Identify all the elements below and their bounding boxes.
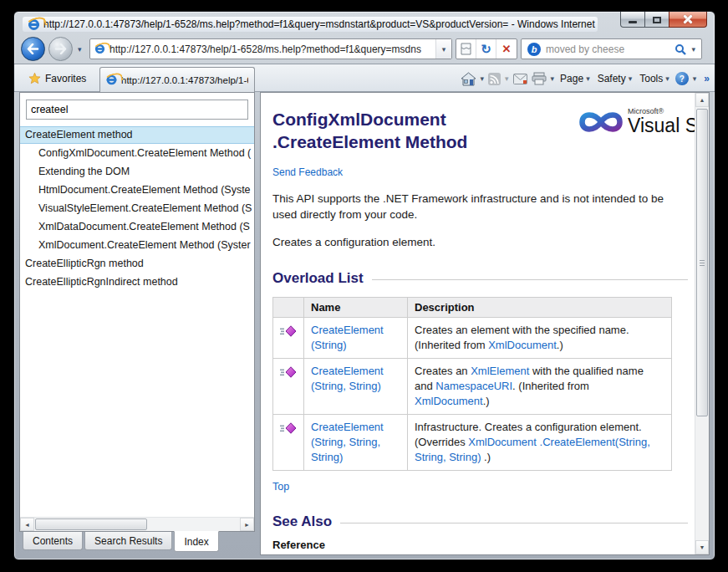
index-item[interactable]: XmlDocument.CreateElement Method (Syster <box>20 236 254 254</box>
description-link[interactable]: XmlDocument <box>415 395 483 407</box>
description-link[interactable]: NamespaceURI <box>435 380 512 392</box>
history-dropdown[interactable]: ▾ <box>78 45 82 54</box>
search-input[interactable]: moved by cheese <box>546 43 669 55</box>
horizontal-scrollbar[interactable]: ◄ ► <box>20 517 254 531</box>
overload-list-heading: Overload List <box>272 270 364 287</box>
overload-name-link[interactable]: CreateElement (String) <box>311 324 384 351</box>
print-dropdown[interactable]: ▾ <box>551 74 555 83</box>
browser-tab[interactable]: http://127.0.0.1:47873/help/1-6528/ms.he… <box>99 67 255 92</box>
feeds-icon[interactable] <box>488 73 501 85</box>
overload-description: Creates an XmlElement with the qualified… <box>408 359 672 415</box>
search-dropdown[interactable]: ▾ <box>691 45 695 54</box>
help-icon[interactable]: ? <box>675 72 689 85</box>
help-dropdown[interactable]: ▾ <box>693 74 697 83</box>
page-menu[interactable]: Page▾ <box>558 73 592 84</box>
print-icon[interactable] <box>532 72 547 85</box>
scroll-left-button[interactable]: ◄ <box>20 518 34 531</box>
index-item[interactable]: HtmlDocument.CreateElement Method (Syste <box>20 181 254 199</box>
favorites-bar: Favorites http://127.0.0.1:47873/help/1-… <box>14 64 715 92</box>
description-link[interactable]: XmlDocument <box>488 339 557 351</box>
safety-menu[interactable]: Safety▾ <box>596 73 634 84</box>
refresh-button[interactable]: ↻ <box>476 39 496 59</box>
pane-tab-contents[interactable]: Contents <box>23 532 83 550</box>
feeds-dropdown[interactable]: ▾ <box>505 74 509 83</box>
see-also-heading: See Also <box>272 513 332 530</box>
index-item[interactable]: Extending the DOM <box>20 162 254 181</box>
tab-title: http://127.0.0.1:47873/help/1-6528/ms.he… <box>121 75 248 85</box>
close-button[interactable] <box>669 12 707 28</box>
top-link[interactable]: Top <box>272 481 289 493</box>
index-item[interactable]: VisualStyleElement.CreateElement Method … <box>20 199 254 217</box>
page-favicon-icon <box>95 44 104 54</box>
left-pane-tabs: ContentsSearch ResultsIndex <box>19 532 255 555</box>
overload-list-heading-row: Overload List <box>272 270 690 287</box>
scroll-down-button[interactable]: ▼ <box>695 540 709 554</box>
back-button[interactable] <box>21 37 45 61</box>
favorites-button[interactable]: Favorites <box>21 68 94 89</box>
overload-description: Infrastructure. Creates a configuration … <box>408 415 672 471</box>
mail-icon[interactable] <box>513 74 527 84</box>
toolbar-overflow-chevron[interactable]: » <box>704 73 710 84</box>
command-toolbar: ▾ ▾ ▾ Page▾ Safety▾ Tools▾ ? ▾ » <box>461 69 710 89</box>
search-icon[interactable] <box>675 43 686 55</box>
address-url[interactable]: http://127.0.0.1:47873/help/1-6528/ms.he… <box>105 43 435 55</box>
stop-icon: ✕ <box>502 43 512 55</box>
address-command-buttons: ↻ ✕ <box>456 38 517 59</box>
index-item[interactable]: XmlDataDocument.CreateElement Method (S <box>20 217 254 236</box>
help-left-pane: CreateElement methodConfigXmlDocument.Cr… <box>19 92 255 555</box>
pane-tab-index[interactable]: Index <box>174 531 218 552</box>
tab-favicon-icon <box>107 75 117 85</box>
horizontal-scroll-thumb[interactable] <box>35 518 147 530</box>
home-icon[interactable] <box>461 72 476 86</box>
minimize-button[interactable] <box>620 12 645 28</box>
minimize-icon <box>629 21 637 23</box>
vertical-scrollbar[interactable]: ▲ ▼ <box>695 93 709 554</box>
index-item[interactable]: CreateElement method <box>20 126 254 144</box>
content-area: CreateElement methodConfigXmlDocument.Cr… <box>19 92 710 555</box>
address-dropdown-button[interactable]: ▾ <box>435 39 451 59</box>
description-link[interactable]: XmlElement <box>471 365 529 377</box>
title-bar[interactable]: http://127.0.0.1:47873/help/1-6528/ms.he… <box>14 12 715 34</box>
heading-rule <box>372 279 688 280</box>
index-list: CreateElement methodConfigXmlDocument.Cr… <box>20 125 254 517</box>
tools-menu[interactable]: Tools▾ <box>638 73 671 84</box>
page-title: ConfigXmlDocument .CreateElement Method <box>272 108 577 153</box>
tools-menu-dropdown: ▾ <box>665 74 669 83</box>
index-item[interactable]: CreateEllipticRgn method <box>20 254 254 273</box>
vertical-scroll-thumb[interactable] <box>696 109 708 416</box>
public-method-icon <box>280 368 297 380</box>
public-method-icon <box>280 327 297 340</box>
title-pill: http://127.0.0.1:47873/help/1-6528/ms.he… <box>23 17 598 32</box>
index-item[interactable]: CreateEllipticRgnIndirect method <box>20 273 254 291</box>
index-pane: CreateElement methodConfigXmlDocument.Cr… <box>19 92 255 532</box>
overload-table-body: CreateElement (String)Creates an element… <box>273 318 672 471</box>
home-dropdown[interactable]: ▾ <box>481 74 485 83</box>
stop-button[interactable]: ✕ <box>496 39 517 59</box>
scroll-up-button[interactable]: ▲ <box>695 93 709 107</box>
scroll-right-button[interactable]: ► <box>240 518 254 531</box>
overload-name-link[interactable]: CreateElement (String, String, String) <box>311 421 384 463</box>
address-bar[interactable]: http://127.0.0.1:47873/help/1-6528/ms.he… <box>89 38 452 59</box>
overload-name-link[interactable]: CreateElement (String, String) <box>311 365 384 392</box>
navigation-bar: ▾ http://127.0.0.1:47873/help/1-6528/ms.… <box>14 34 715 64</box>
table-row: CreateElement (String)Creates an element… <box>273 318 672 359</box>
intro-paragraph-1: This API supports the .NET Framework inf… <box>272 191 683 222</box>
index-item[interactable]: ConfigXmlDocument.CreateElement Method ( <box>20 144 254 162</box>
refresh-icon: ↻ <box>481 42 491 57</box>
pane-tab-search-results[interactable]: Search Results <box>84 532 172 550</box>
index-search-input[interactable] <box>26 100 248 120</box>
safety-menu-dropdown: ▾ <box>629 74 633 83</box>
logo-product-text: Visual S <box>628 116 695 135</box>
intro-paragraph-2: Creates a configuration element. <box>272 234 683 250</box>
forward-button[interactable] <box>48 37 73 61</box>
ie-logo-icon <box>28 19 39 30</box>
overload-table-head: NameDescription <box>273 298 672 318</box>
search-box[interactable]: b moved by cheese ▾ <box>521 38 702 59</box>
compatibility-view-button[interactable] <box>456 39 476 59</box>
maximize-button[interactable] <box>645 12 669 28</box>
star-icon <box>28 72 41 84</box>
window-controls <box>620 12 707 28</box>
overload-description: Creates an element with the specified na… <box>408 318 672 359</box>
send-feedback-link[interactable]: Send Feedback <box>272 166 343 178</box>
overload-table: NameDescription CreateElement (String)Cr… <box>272 297 672 471</box>
